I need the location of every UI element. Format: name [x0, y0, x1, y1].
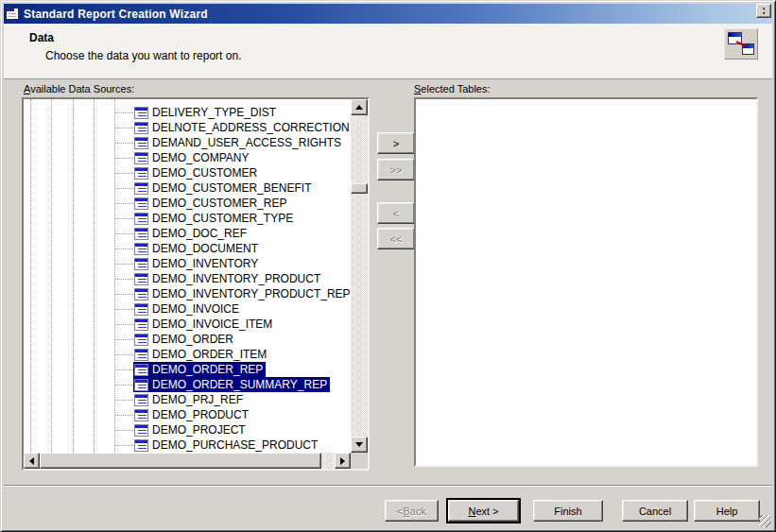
tree-item-label: DEMO_DOC_REF: [152, 227, 247, 240]
tree-viewport[interactable]: DELIVERY_TYPE_DIST DELNOTE_ADDRESS_CORRE…: [24, 99, 351, 453]
close-icon: [763, 8, 765, 14]
table-icon: [134, 182, 148, 195]
horizontal-scroll-thumb[interactable]: [40, 453, 321, 469]
tree-item[interactable]: DEMO_INVENTORY: [24, 256, 351, 271]
scroll-up-button[interactable]: [351, 99, 368, 115]
horizontal-scrollbar[interactable]: [24, 453, 351, 469]
vertical-scroll-thumb[interactable]: [351, 183, 368, 194]
tree-connector-icon: [115, 233, 133, 234]
tree-item-label: DEMO_ORDER_SUMMARY_REP: [152, 378, 327, 391]
tree-item-label: DEMO_DOCUMENT: [152, 242, 258, 255]
tree-item[interactable]: DEMO_PRJ_REF: [24, 392, 351, 407]
tree-connector-icon: [115, 112, 133, 113]
tree-item-label: DEMO_PRODUCT: [152, 408, 249, 421]
tree-connector-icon: [115, 188, 133, 189]
table-icon: [134, 228, 148, 240]
tree-item[interactable]: DEMO_INVENTORY_PRODUCT: [24, 271, 351, 286]
table-icon: [134, 137, 148, 149]
tree-item[interactable]: DELNOTE_ADDRESS_CORRECTION: [24, 120, 351, 135]
tree-item-label: DEMO_INVENTORY: [152, 257, 258, 270]
wizard-dialog: Standard Report Creation Wizard Data Cho…: [0, 0, 776, 532]
tree-item-selected[interactable]: DEMO_ORDER_SUMMARY_REP: [24, 377, 351, 392]
help-button[interactable]: Help: [694, 500, 760, 522]
table-icon: [134, 409, 148, 421]
tree-item-label: DEMO_CUSTOMER_TYPE: [152, 212, 293, 225]
tree-item-label: DEMO_PURCHASE_PRODUCT: [152, 438, 318, 452]
tree-item-selected[interactable]: DEMO_ORDER_REP: [24, 362, 351, 377]
remove-all-tables-button[interactable]: <<: [377, 228, 415, 249]
finish-button[interactable]: Finish: [533, 500, 603, 522]
tree-item-label: DEMO_INVOICE: [152, 302, 239, 316]
vertical-scrollbar[interactable]: [351, 99, 368, 453]
add-table-button[interactable]: >: [377, 132, 415, 154]
tree-connector-icon: [115, 354, 133, 355]
tree-connector-icon: [115, 430, 133, 431]
tree-item-label: DEMO_INVENTORY_PRODUCT: [152, 272, 320, 285]
tree-connector-icon: [115, 294, 133, 295]
tree-connector-icon: [115, 203, 133, 204]
selected-tables-list[interactable]: [414, 97, 758, 467]
tree-item[interactable]: DEMO_CUSTOMER_REP: [24, 196, 351, 211]
tree-item[interactable]: DEMO_CUSTOMER: [24, 165, 351, 180]
tree-connector-icon: [115, 445, 133, 446]
tree-connector-icon: [115, 369, 133, 370]
tree-connector-icon: [115, 128, 133, 129]
table-icon: [134, 394, 148, 406]
table-icon: [134, 364, 148, 376]
tree-item[interactable]: DEMO_PURCHASE_PRODUCT: [24, 438, 351, 453]
tree-item[interactable]: DEMO_CUSTOMER_BENEFIT: [24, 180, 351, 196]
tree-item[interactable]: DEMO_DOCUMENT: [24, 241, 351, 256]
table-icon: [134, 122, 148, 134]
arrow-right-icon: [340, 457, 345, 465]
table-icon: [134, 213, 148, 225]
tree-item-label: DEMO_INVENTORY_PRODUCT_REP: [152, 287, 351, 300]
table-icon: [134, 334, 148, 346]
table-icon: [134, 197, 148, 210]
scroll-left-button[interactable]: [24, 453, 40, 469]
window-title: Standard Report Creation Wizard: [24, 8, 208, 21]
tree-item-label: DEMO_COMPANY: [152, 151, 249, 164]
arrow-left-icon: [29, 457, 34, 465]
scroll-down-button[interactable]: [351, 437, 368, 453]
close-button[interactable]: [756, 4, 771, 18]
table-icon: [134, 152, 148, 164]
next-button-label: Next >: [448, 500, 519, 522]
table-icon: [134, 424, 148, 437]
remove-table-button[interactable]: <: [377, 202, 415, 224]
tree-item-label: DEMO_PROJECT: [152, 423, 246, 437]
link-line-icon: [725, 29, 757, 59]
tree-connector-icon: [115, 173, 133, 174]
cancel-button[interactable]: Cancel: [622, 500, 688, 522]
table-icon: [134, 243, 148, 255]
tree-item[interactable]: DEMAND_USER_ACCESS_RIGHTS: [24, 135, 351, 150]
scroll-right-button[interactable]: [335, 453, 351, 469]
tree-connector-icon: [115, 339, 133, 340]
available-sources-list[interactable]: DELIVERY_TYPE_DIST DELNOTE_ADDRESS_CORRE…: [22, 97, 370, 471]
tree-item[interactable]: DEMO_CUSTOMER_TYPE: [24, 211, 351, 226]
table-icon: [134, 258, 148, 270]
page-subtitle: Choose the data you want to report on.: [45, 49, 241, 62]
tree-item-label: DEMAND_USER_ACCESS_RIGHTS: [152, 136, 341, 149]
tree-item[interactable]: DELIVERY_TYPE_DIST: [24, 105, 351, 120]
title-bar[interactable]: Standard Report Creation Wizard: [4, 4, 772, 24]
scrollbar-corner: [351, 453, 368, 469]
tree-item[interactable]: DEMO_INVOICE_ITEM: [24, 317, 351, 332]
table-icon: [134, 303, 148, 316]
tree-item[interactable]: DEMO_ORDER: [24, 332, 351, 347]
tree-item[interactable]: DEMO_COMPANY: [24, 150, 351, 165]
add-all-tables-button[interactable]: >>: [377, 159, 415, 180]
table-icon: [134, 288, 148, 300]
tree-item[interactable]: DEMO_ORDER_ITEM: [24, 347, 351, 362]
tree-item[interactable]: DEMO_PROJECT: [24, 422, 351, 438]
table-icon: [134, 379, 148, 391]
tree-item[interactable]: DEMO_INVOICE: [24, 301, 351, 317]
tree-connector-icon: [115, 218, 133, 219]
tree-connector-icon: [115, 324, 133, 325]
tree-item[interactable]: DEMO_INVENTORY_PRODUCT_REP: [24, 286, 351, 301]
tree-item[interactable]: DEMO_DOC_REF: [24, 226, 351, 241]
resize-grip[interactable]: [759, 515, 771, 527]
next-button[interactable]: Next >: [446, 498, 521, 523]
tree-item[interactable]: DEMO_PRODUCT: [24, 407, 351, 422]
back-button[interactable]: < Back: [385, 500, 439, 522]
selected-tables-label: Selected Tables:: [414, 83, 491, 94]
